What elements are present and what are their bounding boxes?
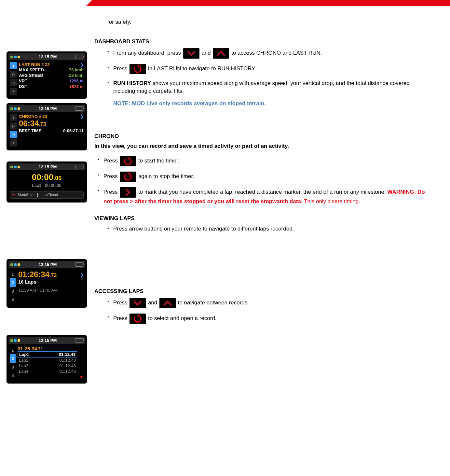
dashboard-note: NOTE: MOD Live only records averages on … bbox=[113, 100, 266, 106]
next-button-icon bbox=[120, 187, 136, 198]
intro-trailing-text: for safety. bbox=[107, 19, 430, 25]
select-button-icon bbox=[130, 64, 146, 74]
next-icon: ❯ bbox=[36, 193, 39, 197]
lap-index: 3 bbox=[10, 363, 16, 371]
stat-row: VRT1296 m bbox=[19, 78, 84, 84]
sidebar-stats-icon: ▮ bbox=[10, 114, 17, 121]
heading-viewing-laps: VIEWING LAPS bbox=[94, 215, 430, 222]
chrono-header: CHRONO # 23 bbox=[19, 114, 47, 119]
next-icon: ❯ bbox=[80, 272, 84, 277]
status-time: 12.15 PM bbox=[39, 338, 57, 343]
lap-index: 2 bbox=[10, 354, 16, 363]
stat-row: DST3872 m bbox=[19, 84, 84, 89]
timer-lap-value: 00:00.00 bbox=[45, 183, 61, 188]
sidebar-gauge-icon: ◐ bbox=[10, 71, 17, 78]
device-screenshot-laps-detail: 12.15 PM 1234 01:26:34.72 Lap101:12.43La… bbox=[7, 335, 87, 384]
heading-dashboard-stats: DASHBOARD STATS bbox=[94, 38, 430, 45]
lapsdetail-header: 01:26:34.72 bbox=[18, 346, 77, 351]
lap-index: 4 bbox=[10, 295, 16, 304]
device-screenshot-chrono-history: 12.15 PM ▮ ◐ ◴ ✦ CHRONO # 23 ❯ 06:34.73 bbox=[7, 103, 87, 150]
access-bullet-2: Press to select and open a record. bbox=[107, 314, 430, 324]
best-time-label: BEST TIME bbox=[19, 128, 41, 133]
viewing-bullet-1: Press arrow buttons on your remote to na… bbox=[107, 225, 430, 233]
lapsview-count: 16 Laps bbox=[18, 279, 84, 285]
status-time: 12.15 PM bbox=[39, 54, 57, 59]
lap-row: Lap301:12.43 bbox=[18, 363, 77, 369]
lapsview-range: 11:39 AM - 11:45 AM bbox=[18, 288, 84, 293]
lap-index: 1 bbox=[10, 270, 16, 278]
chrono-time: 06:34.73 bbox=[19, 119, 84, 128]
hint-startstop: Start/Stop bbox=[18, 193, 34, 197]
up-button-icon bbox=[213, 48, 229, 59]
timer-value: 00:00.00 bbox=[10, 172, 84, 182]
lap-index: 3 bbox=[10, 287, 16, 295]
up-button-icon bbox=[159, 298, 176, 308]
content-column: for safety. DASHBOARD STATS From any das… bbox=[94, 19, 443, 388]
sidebar-settings-icon: ✦ bbox=[10, 139, 17, 147]
down-arrow-icon: ▼ bbox=[79, 374, 84, 380]
header-banner bbox=[0, 0, 450, 6]
chrono-intro: In this view, you can record and save a … bbox=[94, 143, 430, 149]
lapsview-time: 01:26:34.72 bbox=[18, 270, 57, 279]
dashboard-bullet-1: From any dashboard, press and to access … bbox=[107, 48, 430, 59]
sidebar-gauge-icon: ◐ bbox=[10, 122, 17, 130]
device-screenshot-chrono-timer: 12.15 PM 00:00.00 Lap1 00:00.00 ↻ Start/… bbox=[7, 161, 87, 203]
lap-index: 4 bbox=[10, 371, 16, 380]
device-screenshot-laps-view: 12.15 PM 1234 01:26:34.72 ❯ 16 Laps 11:3… bbox=[7, 259, 87, 308]
best-time-value: 0:06:27.11 bbox=[63, 128, 84, 133]
sidebar-chrono-icon: ◴ bbox=[10, 79, 17, 86]
hint-lapreset: Lap/Reset bbox=[42, 193, 58, 197]
status-time: 12.15 PM bbox=[39, 164, 57, 169]
access-bullet-1: Press and to navigate between records. bbox=[107, 298, 430, 308]
chrono-bullet-2: Press again to stop the timer. bbox=[98, 172, 430, 182]
sidebar-chrono-icon: ◴ bbox=[10, 131, 17, 138]
lastrun-header: LAST RUN # 23 bbox=[19, 62, 50, 67]
lap-index: 1 bbox=[10, 346, 16, 354]
dashboard-bullet-2: Press in LAST RUN to navigate to RUN HIS… bbox=[107, 64, 430, 74]
down-button-icon bbox=[130, 298, 146, 308]
next-icon: ❯ bbox=[80, 62, 84, 67]
timer-lap-label: Lap1 bbox=[32, 183, 41, 188]
down-button-icon bbox=[183, 48, 199, 59]
lap-row: Lap401:12.43 bbox=[18, 369, 77, 374]
lap-row: Lap201:12.43 bbox=[18, 357, 77, 363]
sidebar-settings-icon: ✦ bbox=[10, 88, 17, 95]
lap-row: Lap101:12.43 bbox=[18, 351, 77, 357]
next-icon: ❯ bbox=[80, 114, 84, 119]
heading-accessing-laps: ACCESSING LAPS bbox=[94, 288, 430, 295]
stat-row: MAX SPEED76 kmh bbox=[19, 67, 84, 73]
select-button-icon bbox=[130, 314, 146, 324]
chrono-bullet-1: Press to start the timer. bbox=[98, 156, 430, 166]
lap-index: 2 bbox=[10, 278, 16, 287]
sidebar-stats-icon: ▮ bbox=[10, 62, 17, 69]
dashboard-bullet-3: RUN HISTORY shows your maximum speed alo… bbox=[107, 79, 430, 107]
screenshot-column: 12.15 PM ▮ ◐ ◴ ✦ LAST RUN # 23 ❯ MAX SPE… bbox=[7, 19, 88, 388]
device-screenshot-lastrun: 12.15 PM ▮ ◐ ◴ ✦ LAST RUN # 23 ❯ MAX SPE… bbox=[7, 51, 87, 99]
stat-row: AVG SPEED23 kmh bbox=[19, 73, 84, 78]
heading-chrono: CHRONO bbox=[94, 133, 430, 140]
chrono-bullet-3: Press to mark that you have completed a … bbox=[98, 187, 430, 205]
status-time: 12.15 PM bbox=[39, 262, 57, 267]
select-button-icon bbox=[120, 172, 136, 182]
select-button-icon bbox=[120, 156, 136, 166]
status-time: 12.15 PM bbox=[39, 106, 57, 111]
swirl-icon: ↻ bbox=[12, 193, 15, 197]
